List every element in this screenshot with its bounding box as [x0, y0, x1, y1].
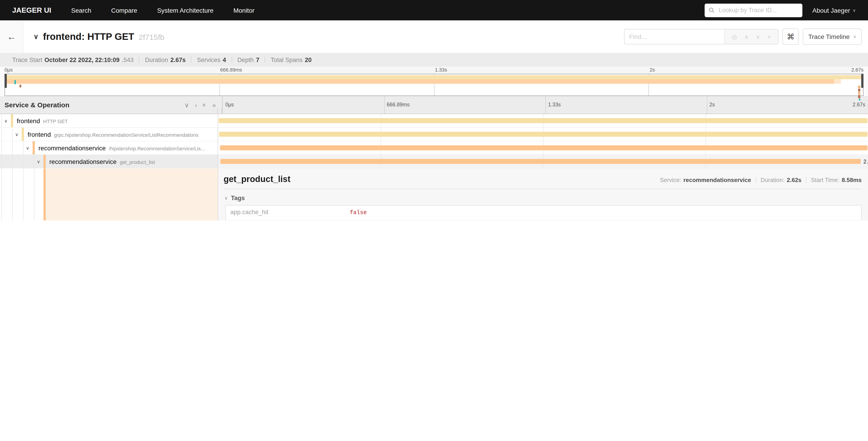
timeline-tick: 1.33s	[548, 102, 561, 107]
trace-stat-services: Services4	[197, 56, 226, 63]
span-bar-cell[interactable]: 2.62s	[218, 155, 868, 168]
find-group: ◎ ∧ ∨ ×	[624, 29, 778, 45]
timeline-gridline	[545, 96, 546, 114]
span-name: recommendationservice/hipstershop.Recomm…	[38, 144, 205, 152]
meta-divider	[756, 177, 756, 183]
meta-label: Duration:	[761, 177, 785, 183]
next-match-icon[interactable]: ∨	[756, 33, 760, 40]
service-name: recommendationservice	[49, 158, 117, 165]
stat-value: October 22 2022, 22:10:09	[44, 56, 120, 63]
span-tree-cell: ∨frontendHTTP GET	[0, 114, 218, 127]
top-nav: JAEGER UI SearchCompareSystem Architectu…	[0, 0, 868, 20]
stat-label: Total Spans	[271, 56, 303, 63]
span-tree-cell: ∨recommendationservice/hipstershop.Recom…	[0, 141, 218, 154]
span-bar-cell[interactable]	[218, 128, 868, 141]
span-duration-bar[interactable]	[220, 145, 868, 150]
indent-guide	[12, 141, 13, 154]
chevron-down-icon: ∨	[224, 196, 228, 201]
timeline-tick: 666.89ms	[387, 102, 409, 107]
minimap-tick: 2.67s	[851, 67, 864, 72]
clear-find-icon[interactable]: ×	[767, 33, 771, 40]
nav-item-monitor[interactable]: Monitor	[233, 6, 254, 14]
minimap-span-mark	[858, 92, 860, 95]
chevron-right-icon[interactable]: ›	[195, 101, 197, 108]
stat-label: Duration	[145, 56, 168, 63]
span-row[interactable]: ∨frontendgrpc.hipstershop.Recommendation…	[0, 128, 868, 141]
meta-divider	[806, 177, 806, 183]
expand-chevron-icon[interactable]: ∨	[36, 159, 41, 164]
span-duration-bar[interactable]	[219, 132, 867, 137]
collapse-header-icon[interactable]: ∨	[33, 33, 38, 41]
minimap-tick: 2s	[650, 67, 655, 72]
about-jaeger-menu[interactable]: About Jaeger ∨	[812, 6, 856, 14]
stat-value: 20	[305, 56, 312, 63]
nav-item-search[interactable]: Search	[71, 6, 91, 14]
double-chevron-down-icon[interactable]: »	[202, 103, 208, 107]
nav-right: About Jaeger ∨	[705, 3, 856, 17]
find-controls: ◎ ∧ ∨ ×	[724, 29, 778, 45]
tag-row: app.cache_hitfalse	[226, 206, 861, 220]
trace-view-label: Trace Timeline	[808, 33, 850, 40]
nav-item-system-architecture[interactable]: System Architecture	[157, 6, 213, 14]
indent-guide	[23, 141, 24, 154]
meta-label: Service:	[660, 177, 681, 183]
trace-stat-depth: Depth7	[237, 56, 259, 63]
tag-key: app.cache_hit	[226, 206, 346, 220]
indent-guide	[34, 155, 34, 168]
span-bar-cell[interactable]	[218, 114, 868, 127]
timeline-tick: 2.67s	[852, 102, 865, 107]
span-row[interactable]: ∨frontendHTTP GET	[0, 114, 868, 128]
trace-view-select[interactable]: Trace Timeline ∨	[803, 29, 862, 45]
command-icon: ⌘	[787, 32, 795, 41]
stat-divider	[139, 57, 140, 63]
span-row[interactable]: ∨recommendationservice/hipstershop.Recom…	[0, 141, 868, 155]
nav-item-compare[interactable]: Compare	[111, 6, 137, 14]
span-row[interactable]: ∨recommendationserviceget_product_list2.…	[0, 155, 868, 169]
tags-table: app.cache_hitfalseapp.filtered_products.…	[225, 205, 862, 220]
keyboard-shortcuts-button[interactable]: ⌘	[782, 29, 799, 45]
double-chevron-right-icon[interactable]: »	[212, 101, 216, 108]
tags-section-header[interactable]: ∨ Tags	[224, 195, 862, 202]
expand-chevron-icon[interactable]: ∨	[3, 118, 9, 123]
span-color-bar	[43, 169, 46, 220]
span-bar-cell[interactable]	[218, 141, 868, 154]
back-button[interactable]: ←	[0, 20, 24, 53]
minimap-span-mark	[858, 89, 860, 91]
timeline-header: Service & Operation ∨ › » » ❘❘ 0μs666.89…	[0, 96, 868, 114]
indent-guide	[23, 169, 24, 220]
minimap-span-mark	[14, 80, 16, 84]
prev-match-icon[interactable]: ∧	[744, 33, 748, 40]
meta-value: recommendationservice	[683, 177, 751, 183]
service-name: frontend	[28, 130, 51, 138]
span-name: frontendHTTP GET	[17, 117, 68, 125]
minimap-canvas[interactable]	[4, 74, 864, 96]
operation-name: /hipstershop.RecommendationService/Lis..…	[109, 146, 205, 151]
trace-title-group: ∨ frontend: HTTP GET 2f715fb	[33, 31, 164, 42]
span-color-bar	[22, 128, 24, 141]
minimap-span-bar	[834, 79, 841, 84]
span-duration-bar[interactable]	[221, 159, 861, 164]
expand-chevron-icon[interactable]: ∨	[25, 145, 30, 150]
minimap-span-bar	[5, 75, 862, 79]
app-logo[interactable]: JAEGER UI	[12, 6, 51, 14]
focus-match-icon[interactable]: ◎	[732, 33, 737, 40]
trace-lookup-input[interactable]	[718, 6, 798, 14]
trace-title: frontend: HTTP GET	[43, 31, 134, 42]
minimap-ticks: 0μs666.89ms1.33s2s2.67s	[4, 66, 864, 74]
about-jaeger-label: About Jaeger	[812, 6, 850, 14]
span-color-bar	[33, 141, 35, 154]
find-input[interactable]	[624, 29, 724, 45]
span-duration-bar[interactable]	[218, 118, 868, 123]
tag-value: false	[346, 206, 861, 220]
minimap-tick: 1.33s	[435, 67, 447, 72]
timeline-header-left: Service & Operation ∨ › » » ❘❘	[0, 96, 223, 114]
trace-lookup-box[interactable]	[705, 3, 802, 17]
span-color-bar	[43, 155, 46, 168]
span-meta-item: Duration:2.62s	[761, 177, 802, 183]
viewport-drag-handle-right[interactable]	[861, 74, 864, 88]
expand-chevron-icon[interactable]: ∨	[14, 132, 20, 137]
chevron-down-icon[interactable]: ∨	[184, 101, 189, 108]
viewport-drag-handle-left[interactable]	[4, 74, 7, 88]
stat-label: Services	[197, 56, 221, 63]
indent-guide	[1, 114, 2, 127]
